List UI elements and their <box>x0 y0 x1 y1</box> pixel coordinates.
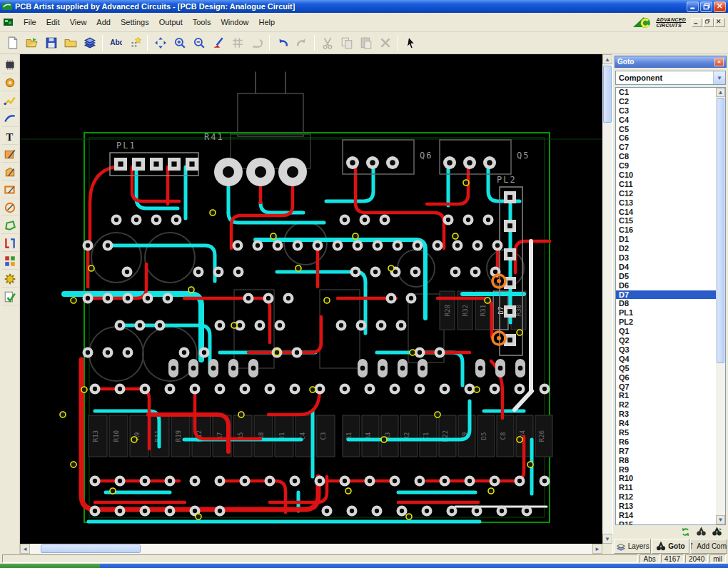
goto-list-item-d3[interactable]: D3 <box>616 253 716 263</box>
circle-shape-tool-button[interactable] <box>1 199 19 216</box>
board-outline-tool-button[interactable] <box>1 181 19 198</box>
redo-button[interactable] <box>292 34 311 53</box>
goto-list-item-d7[interactable]: D7 <box>616 290 716 300</box>
pad-tool-button[interactable] <box>1 74 19 91</box>
canvas-vertical-scrollbar[interactable]: ▲ ▼ <box>602 54 612 544</box>
scroll-down-icon[interactable]: ▼ <box>716 515 725 524</box>
polygon-shape-tool-button[interactable] <box>1 217 19 234</box>
open-design-button[interactable] <box>22 34 41 53</box>
menu-item-view[interactable]: View <box>65 16 92 29</box>
goto-list-item-r6[interactable]: R6 <box>616 437 716 447</box>
goto-list-item-c6[interactable]: C6 <box>616 133 716 143</box>
restore-button[interactable] <box>700 1 712 12</box>
tab-layers[interactable]: Layers <box>614 539 651 554</box>
scroll-up-icon[interactable]: ▲ <box>716 88 725 97</box>
design-folder-button[interactable] <box>61 34 80 53</box>
copper-area-tool-button[interactable] <box>1 163 19 181</box>
goto-list-item-c7[interactable]: C7 <box>616 143 716 152</box>
menu-item-help[interactable]: Help <box>254 16 280 29</box>
goto-list-item-c2[interactable]: C2 <box>616 97 716 106</box>
goto-list-item-r2[interactable]: R2 <box>616 400 716 410</box>
goto-list-item-q7[interactable]: Q7 <box>616 382 716 392</box>
goto-list-item-c16[interactable]: C16 <box>616 225 716 235</box>
new-design-button[interactable] <box>3 34 22 53</box>
mdi-minimize-button[interactable] <box>692 18 702 27</box>
goto-list-item-r5[interactable]: R5 <box>616 428 716 437</box>
text-tool-button[interactable]: T <box>1 128 19 145</box>
goto-list-item-d1[interactable]: D1 <box>616 235 716 244</box>
goto-list-item-r13[interactable]: R13 <box>616 502 716 511</box>
locate-previous-icon[interactable] <box>695 527 707 537</box>
goto-list-item-c8[interactable]: C8 <box>616 152 716 161</box>
list-scroll-thumb[interactable] <box>717 98 724 363</box>
design-library-button[interactable] <box>80 34 99 53</box>
goto-list-item-c1[interactable]: C1 <box>616 88 716 97</box>
goto-list-item-q4[interactable]: Q4 <box>616 355 716 364</box>
toggle-grid-button[interactable] <box>228 34 247 53</box>
pcb-canvas[interactable]: R13R10R9R11R19R12R7R5R8D1C4C3R1R4R3R2C1R… <box>20 54 602 544</box>
component-bin-tool-button[interactable] <box>1 253 19 270</box>
goto-list-item-c11[interactable]: C11 <box>616 180 716 189</box>
goto-list-item-c9[interactable]: C9 <box>616 161 716 171</box>
menu-item-tools[interactable]: Tools <box>188 16 216 29</box>
minimize-button[interactable] <box>687 1 699 12</box>
goto-list-item-q2[interactable]: Q2 <box>616 336 716 345</box>
start-button[interactable] <box>0 564 100 568</box>
menu-item-edit[interactable]: Edit <box>41 16 65 29</box>
paste-button[interactable] <box>356 34 375 53</box>
goto-list-item-r7[interactable]: R7 <box>616 447 716 456</box>
vertical-scroll-thumb[interactable] <box>603 66 612 123</box>
delete-button[interactable] <box>375 34 395 53</box>
save-design-button[interactable] <box>41 34 61 53</box>
goto-list-item-pl2[interactable]: PL2 <box>616 318 716 327</box>
locate-next-icon[interactable] <box>711 527 722 537</box>
select-mode-button[interactable] <box>401 34 420 53</box>
goto-list-item-r14[interactable]: R14 <box>616 511 716 520</box>
chevron-down-icon[interactable]: ▼ <box>713 71 725 84</box>
cut-button[interactable] <box>318 34 337 53</box>
mdi-restore-button[interactable] <box>703 18 714 27</box>
settings-gear-tool-button[interactable] <box>1 270 19 288</box>
copper-pour-tool-button[interactable] <box>1 146 19 163</box>
menu-item-window[interactable]: Window <box>216 16 253 29</box>
scroll-left-icon[interactable]: ◄ <box>20 544 30 554</box>
mdi-close-button[interactable] <box>714 18 725 27</box>
goto-list-item-r15[interactable]: R15 <box>616 520 716 524</box>
goto-list-scrollbar[interactable]: ▲ ▼ <box>716 88 725 524</box>
goto-list-item-r3[interactable]: R3 <box>616 410 716 419</box>
zoom-out-button[interactable] <box>189 34 208 53</box>
menu-item-add[interactable]: Add <box>91 16 116 29</box>
goto-list-item-c4[interactable]: C4 <box>616 116 716 125</box>
goto-list-item-q5[interactable]: Q5 <box>616 364 716 373</box>
goto-list-item-r1[interactable]: R1 <box>616 391 716 400</box>
goto-list-item-r11[interactable]: R11 <box>616 483 716 492</box>
goto-list-item-c14[interactable]: C14 <box>616 208 716 217</box>
goto-list-item-d5[interactable]: D5 <box>616 272 716 281</box>
goto-list-item-r8[interactable]: R8 <box>616 456 716 465</box>
add-component-tool-button[interactable] <box>1 56 19 73</box>
scroll-down-icon[interactable]: ▼ <box>602 534 612 544</box>
goto-list-item-c3[interactable]: C3 <box>616 106 716 116</box>
goto-list-item-pl1[interactable]: PL1 <box>616 308 716 318</box>
view-all-button[interactable] <box>151 34 170 53</box>
horizontal-scroll-thumb[interactable] <box>41 544 141 553</box>
menu-item-output[interactable]: Output <box>154 16 188 29</box>
canvas-horizontal-scrollbar[interactable]: ◄ ► <box>20 544 602 554</box>
scroll-up-icon[interactable]: ▲ <box>602 54 612 64</box>
goto-list-item-c12[interactable]: C12 <box>616 189 716 198</box>
close-button[interactable] <box>714 1 726 12</box>
zoom-in-button[interactable] <box>170 34 189 53</box>
scroll-right-icon[interactable]: ► <box>592 544 602 554</box>
goto-list-item-q1[interactable]: Q1 <box>616 327 716 336</box>
undo-button[interactable] <box>273 34 292 53</box>
goto-list-item-c15[interactable]: C15 <box>616 216 716 225</box>
tab-addcom[interactable]: Add Com... <box>690 539 727 554</box>
goto-list-item-d6[interactable]: D6 <box>616 281 716 290</box>
measure-tool-button[interactable] <box>1 235 19 252</box>
refresh-icon[interactable] <box>679 527 691 537</box>
copy-button[interactable] <box>337 34 356 53</box>
close-panel-icon[interactable]: × <box>714 58 724 66</box>
tab-goto[interactable]: Goto <box>652 539 689 554</box>
menu-item-settings[interactable]: Settings <box>116 16 154 29</box>
goto-list-item-d4[interactable]: D4 <box>616 263 716 272</box>
